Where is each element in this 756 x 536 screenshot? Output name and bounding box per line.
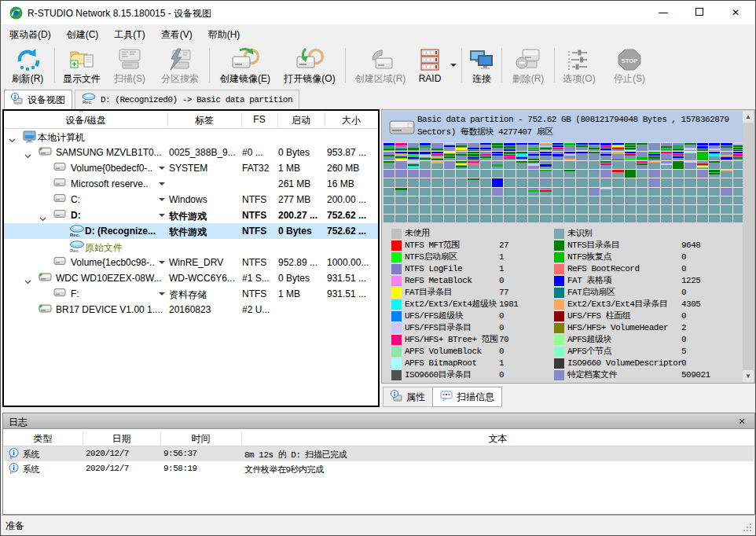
toolbar-button-delete[interactable]: 删除(R) <box>505 46 551 87</box>
map-block <box>528 161 539 169</box>
tree-row[interactable]: F:资料存储NTFS1 MB931.51 ... <box>4 286 378 302</box>
toolbar-button-scan[interactable]: 扫描(S) <box>105 46 154 87</box>
tree-column-header-3[interactable]: 启动 <box>277 114 325 127</box>
device-name: Microsoft reserve.. <box>71 178 156 189</box>
right-scrollbar[interactable]: ▲ ▼ <box>743 111 754 382</box>
log-column-header-3[interactable]: 文本 <box>241 432 754 446</box>
partition-search-icon <box>167 46 193 73</box>
legend-left-item: NTFS启动扇区1 <box>391 251 564 263</box>
maximize-button[interactable] <box>681 1 717 24</box>
tree-row[interactable]: D:软件游戏NTFS200.27 ...752.62 ... <box>4 207 378 223</box>
toolbar-button-open-image[interactable]: 打开镜像(O) <box>277 46 342 87</box>
log-column-header-0[interactable]: 类型 <box>3 432 83 446</box>
legend-value: 0 <box>681 288 686 298</box>
minimize-button[interactable]: — <box>645 1 681 24</box>
menu-item-0[interactable]: 驱动器(D) <box>2 24 59 44</box>
map-block <box>709 152 720 160</box>
tree-row[interactable]: Rec.原始文件 <box>4 239 378 255</box>
map-block <box>697 170 708 178</box>
log-column-header-1[interactable]: 日期 <box>83 432 160 446</box>
combo-arrow-icon[interactable] <box>159 198 165 204</box>
tab-properties[interactable]: 属性 <box>383 387 433 407</box>
scrollbar-thumb[interactable] <box>743 123 754 370</box>
tree-column-header-2[interactable]: FS <box>241 114 277 125</box>
map-block <box>456 161 467 169</box>
device-tree-panel: 设备/磁盘标签FS启动大小^ 本地计算机SAMSUNG MZVLB1T0...0… <box>2 109 380 407</box>
toolbar-button-raid[interactable]: RAID <box>412 46 448 87</box>
chevron-down-icon[interactable] <box>24 150 31 161</box>
view-tab-bar: 设备视图 Rec. D: (Recognized0) -> Basic data… <box>2 88 754 109</box>
map-block <box>395 178 406 186</box>
tree-row[interactable]: Microsoft reserve..261 MB16 MB <box>4 176 378 192</box>
map-block <box>444 143 455 151</box>
legend-label: UFS/FFS超级块 <box>405 311 463 321</box>
combo-arrow-icon[interactable] <box>159 292 165 299</box>
tree-row[interactable]: Rec.D: (Recognize...软件游戏NTFS0 Bytes752.6… <box>4 223 378 239</box>
legend-left-item: NTFS LogFile1 <box>391 263 564 275</box>
log-row[interactable]: 系统2020/12/79:58:19文件枚举在9秒内完成 <box>4 461 754 476</box>
legend-label: APFS个节点 <box>567 347 611 357</box>
tree-column-header-0[interactable]: 设备/磁盘 <box>4 114 167 127</box>
toolbar-button-stop[interactable]: STOP停止(S) <box>608 46 651 87</box>
tree-column-header-1[interactable]: 标签 <box>167 114 241 127</box>
menu-item-1[interactable]: 创建(C) <box>59 24 107 44</box>
log-date: 2020/12/7 <box>86 464 129 473</box>
log-time: 9:56:37 <box>163 449 197 458</box>
map-block <box>552 161 563 169</box>
menu-item-4[interactable]: 帮助(H) <box>200 24 248 44</box>
toolbar-button-create-region[interactable]: 创建区域(R) <box>349 46 412 87</box>
disk-icon <box>39 272 52 285</box>
map-block <box>589 178 600 186</box>
tab-scan-info[interactable]: 扫描信息 <box>432 387 502 407</box>
legend-swatch <box>391 370 402 380</box>
combo-arrow-icon[interactable] <box>159 167 165 173</box>
tree-row[interactable]: Volume{0bedecf0-..SYSTEMFAT321 MB260 MB <box>4 160 378 176</box>
chevron-down-icon[interactable] <box>39 213 46 224</box>
combo-arrow-icon[interactable] <box>159 261 165 267</box>
combo-arrow-icon[interactable] <box>159 182 165 189</box>
toolbar-button-connect[interactable]: 连接 <box>465 46 498 87</box>
tab-device-view[interactable]: 设备视图 <box>4 90 72 109</box>
toolbar-button-partition-search[interactable]: 分区搜索 <box>154 46 206 87</box>
scan-block-map[interactable] <box>384 143 744 222</box>
log-close-icon[interactable]: ✕ <box>736 415 748 428</box>
tree-row[interactable]: BR17 DEVICE V1.00 1....20160823#2 U... <box>4 302 378 318</box>
toolbar-button-refresh[interactable]: 刷新(R) <box>4 46 51 87</box>
tab-partition[interactable]: Rec. D: (Recognized0) -> Basic data part… <box>75 90 299 109</box>
map-block <box>420 205 431 213</box>
map-block <box>625 143 636 151</box>
tree-row[interactable]: WDC WD10EZEX-08W...WD-WCC6Y6...#1 S...0 … <box>4 270 378 286</box>
map-block <box>684 161 695 169</box>
chevron-down-icon[interactable] <box>24 276 31 287</box>
map-block <box>480 178 491 186</box>
toolbar-button-show-files[interactable]: 显示文件 <box>58 46 105 87</box>
map-block <box>552 205 563 213</box>
toolbar-separator <box>54 48 55 83</box>
combo-arrow-icon[interactable] <box>159 214 165 220</box>
menu-item-2[interactable]: 工具(T) <box>106 24 152 44</box>
raid-dropdown-arrow[interactable] <box>450 64 457 70</box>
cell-start: 261 MB <box>278 178 324 189</box>
cell-size: 260 MB <box>327 163 377 174</box>
close-button[interactable]: ✕ <box>717 1 754 24</box>
map-block <box>673 170 684 178</box>
tree-row[interactable]: 本地计算机 <box>4 129 378 145</box>
map-block <box>504 178 515 186</box>
log-column-header-2[interactable]: 时间 <box>160 432 241 446</box>
scroll-up-icon[interactable]: ▲ <box>743 111 754 123</box>
toolbar-button-options[interactable]: 选项(O) <box>558 46 600 87</box>
toolbar-button-create-image[interactable]: 创建镜像(E) <box>213 46 277 87</box>
map-block <box>576 170 587 178</box>
tree-row[interactable]: SAMSUNG MZVLB1T0...0025_388B_9...#0 ...0… <box>4 145 378 160</box>
legend-value: 1 <box>499 252 504 262</box>
menu-item-3[interactable]: 查看(V) <box>153 24 200 44</box>
tree-column-header-4[interactable]: 大小 <box>325 114 378 127</box>
tree-row[interactable]: Volume{1ecb0c98-..WinRE_DRVNTFS952.89 ..… <box>4 255 378 270</box>
resize-grip <box>743 523 752 532</box>
log-row[interactable]: 系统2020/12/79:56:378m 12s 的 D: 扫描已完成 <box>4 446 754 461</box>
device-name: WDC WD10EZEX-08W... <box>56 273 167 284</box>
tree-row[interactable]: C:WindowsNTFS277 MB200.00 ... <box>4 192 378 207</box>
cell-fs: NTFS <box>242 210 277 221</box>
chevron-down-icon[interactable] <box>9 134 16 145</box>
scroll-down-icon[interactable]: ▼ <box>743 370 754 382</box>
